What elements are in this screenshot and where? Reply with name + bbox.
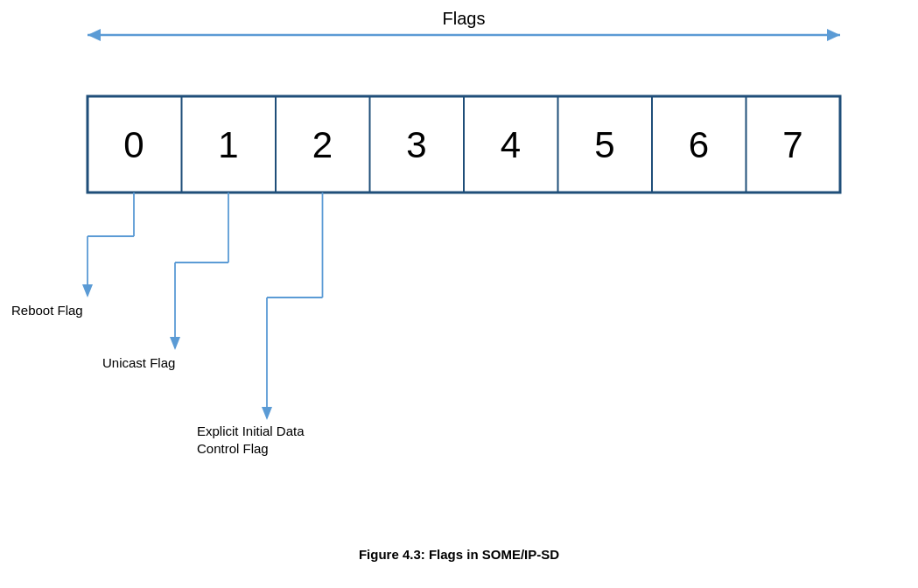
bit-4: 4: [501, 124, 521, 165]
bit-6: 6: [689, 124, 709, 165]
reboot-flag-label: Reboot Flag: [11, 303, 83, 318]
diagram-svg: Flags 0 1 2 3 4 5 6 7: [0, 0, 918, 588]
svg-marker-1: [88, 29, 101, 41]
flags-label: Flags: [443, 9, 486, 28]
bit-7: 7: [782, 124, 802, 165]
unicast-flag-label: Unicast Flag: [102, 355, 175, 370]
figure-caption: Figure 4.3: Flags in SOME/IP-SD: [359, 547, 559, 562]
svg-marker-2: [827, 29, 840, 41]
bit-3: 3: [406, 124, 426, 165]
bit-1: 1: [218, 124, 238, 165]
explicit-flag-label-line1: Explicit Initial Data: [197, 424, 305, 438]
bit-0: 0: [123, 124, 144, 165]
bit-5: 5: [594, 124, 614, 165]
bit-2: 2: [312, 124, 333, 165]
diagram-container: Flags 0 1 2 3 4 5 6 7: [0, 0, 918, 588]
explicit-flag-label-line2: Control Flag: [197, 441, 269, 456]
